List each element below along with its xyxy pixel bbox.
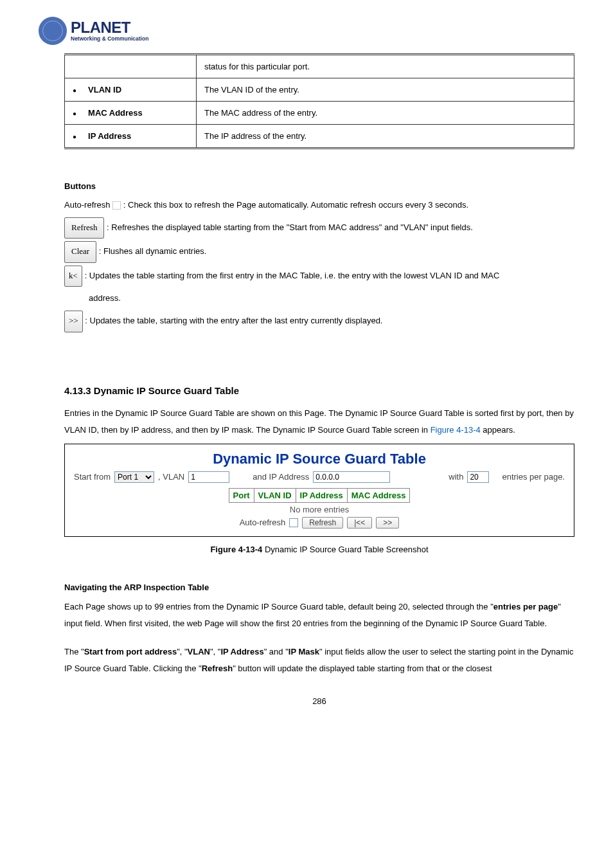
th-port: Port: [229, 489, 254, 502]
table-cell-label: IP Address: [88, 131, 131, 141]
auto-refresh-checkbox[interactable]: [289, 518, 298, 527]
next-page-button[interactable]: >>: [376, 517, 399, 529]
figure-link[interactable]: Figure 4-13-4: [431, 425, 481, 435]
first-desc: : Updates the table starting from the fi…: [85, 271, 500, 280]
table-cell-desc: The IP address of the entry.: [197, 125, 574, 149]
entries-per-page-label: entries per page.: [502, 472, 565, 482]
subsection-heading: 4.13.3 Dynamic IP Source Guard Table: [64, 385, 574, 396]
nav-p2k: " button will update the displayed table…: [233, 664, 492, 673]
vlan-input[interactable]: [188, 471, 229, 483]
buttons-heading: Buttons: [64, 181, 574, 191]
next-desc: : Updates the table, starting with the e…: [85, 316, 382, 325]
nav-heading: Navigating the ARP Inspection Table: [64, 583, 574, 592]
nav-p2h: IP Mask: [289, 647, 319, 656]
figure-caption: Dynamic IP Source Guard Table Screenshot: [265, 545, 429, 554]
no-more-entries: No more entries: [290, 505, 349, 514]
auto-refresh-label-screenshot: Auto-refresh: [240, 518, 286, 527]
vlan-label: , VLAN: [158, 472, 184, 482]
entries-count-input[interactable]: [467, 471, 489, 483]
clear-button-icon: Clear: [64, 241, 96, 263]
ip-address-label: and IP Address: [253, 472, 309, 482]
start-from-label: Start from: [74, 472, 111, 482]
nav-p1a: Each Page shows up to 99 entries from th…: [64, 602, 493, 611]
table-row: ●IP Address The IP address of the entry.: [65, 125, 574, 149]
table-cell-label: VLAN ID: [88, 85, 121, 95]
ip-address-input[interactable]: [313, 471, 390, 483]
nav-p2e: ", ": [210, 647, 220, 656]
nav-p2g: " and ": [264, 647, 289, 656]
figure-number: Figure 4-13-4: [210, 545, 265, 554]
th-mac: MAC Address: [348, 489, 410, 502]
refresh-button-icon: Refresh: [64, 217, 104, 239]
subsection-intro-b: appears.: [481, 425, 515, 435]
next-page-button-icon: >>: [64, 311, 83, 332]
screenshot-title: Dynamic IP Source Guard Table: [74, 451, 565, 467]
nav-p2f: IP Address: [220, 647, 263, 656]
nav-p2j: Refresh: [202, 664, 233, 673]
first-desc-2: address.: [89, 289, 574, 308]
nav-p2b: Start from port address: [84, 647, 177, 656]
auto-refresh-label: Auto-refresh: [64, 200, 112, 210]
page-number: 286: [64, 696, 574, 706]
table-cell-label: MAC Address: [88, 108, 143, 118]
screenshot-panel: Dynamic IP Source Guard Table Start from…: [64, 444, 574, 537]
logo-globe-icon: [39, 17, 67, 45]
nav-p1b: entries per page: [493, 602, 558, 611]
refresh-button[interactable]: Refresh: [302, 517, 343, 529]
nav-p2a: The ": [64, 647, 84, 656]
nav-p2d: VLAN: [188, 647, 210, 656]
th-ip: IP Address: [296, 489, 348, 502]
table-cell-desc: The MAC address of the entry.: [197, 102, 574, 125]
nav-p2c: ", ": [177, 647, 187, 656]
auto-refresh-checkbox-icon: [112, 201, 121, 210]
port-select[interactable]: Port 1: [114, 471, 154, 483]
th-vlan: VLAN ID: [254, 489, 296, 502]
table-row: ●MAC Address The MAC address of the entr…: [65, 102, 574, 125]
screenshot-table-header: Port VLAN ID IP Address MAC Address: [229, 488, 411, 503]
first-page-button[interactable]: |<<: [347, 517, 372, 529]
logo-tagline: Networking & Communication: [71, 35, 148, 42]
first-page-button-icon: k<: [64, 266, 82, 287]
table-cell-desc: The VLAN ID of the entry.: [197, 78, 574, 102]
table-row: ●VLAN ID The VLAN ID of the entry.: [65, 78, 574, 102]
with-label: with: [449, 472, 463, 482]
definition-table: status for this particular port. ●VLAN I…: [64, 53, 574, 149]
clear-desc: : Flushes all dynamic entries.: [99, 246, 207, 256]
brand-logo: PLANET Networking & Communication: [39, 13, 574, 48]
table-row: status for this particular port.: [65, 55, 574, 78]
logo-brand-text: PLANET: [71, 20, 148, 35]
table-cell-desc: status for this particular port.: [197, 55, 574, 78]
refresh-desc: : Refreshes the displayed table starting…: [107, 222, 473, 232]
auto-refresh-desc: : Check this box to refresh the Page aut…: [123, 200, 468, 210]
